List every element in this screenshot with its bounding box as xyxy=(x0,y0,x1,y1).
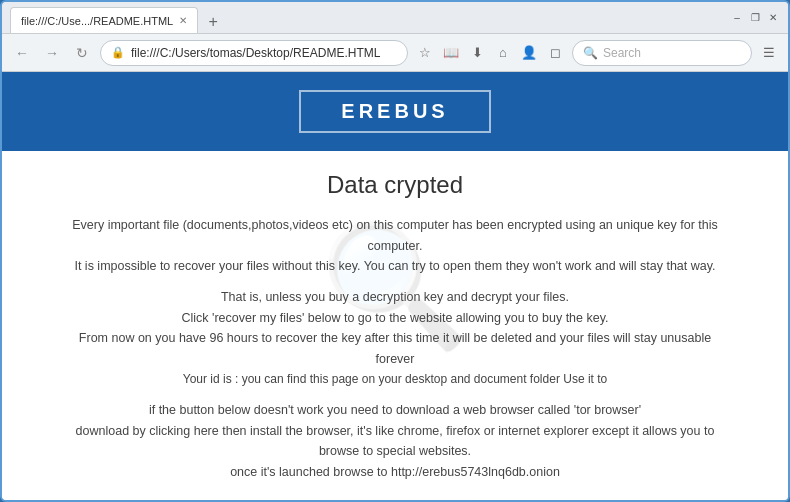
search-box[interactable]: 🔍 Search xyxy=(572,40,752,66)
window-controls: – ❐ ✕ xyxy=(730,11,780,25)
data-crypted-title: Data crypted xyxy=(62,171,728,199)
pocket-icon[interactable]: ◻ xyxy=(544,42,566,64)
para3-line2: download by clicking here then install t… xyxy=(76,424,715,459)
home-icon[interactable]: ⌂ xyxy=(492,42,514,64)
title-bar: file:///C:/Use.../README.HTML ✕ + – ❐ ✕ xyxy=(2,2,788,34)
account-icon[interactable]: 👤 xyxy=(518,42,540,64)
para2-line1: That is, unless you buy a decryption key… xyxy=(221,290,569,304)
main-message-area: Data crypted Every important file (docum… xyxy=(2,151,788,500)
para2-line4: Your id is : you can find this page on y… xyxy=(183,372,607,386)
minimize-button[interactable]: – xyxy=(730,11,744,25)
erebus-header: EREBUS xyxy=(2,72,788,151)
address-text: file:///C:/Users/tomas/Desktop/README.HT… xyxy=(131,46,397,60)
para3-line3: once it's launched browse to http://ereb… xyxy=(230,465,560,479)
menu-icon[interactable]: ☰ xyxy=(758,42,780,64)
reading-mode-icon[interactable]: 📖 xyxy=(440,42,462,64)
browser-window: file:///C:/Use.../README.HTML ✕ + – ❐ ✕ … xyxy=(0,0,790,502)
download-icon[interactable]: ⬇ xyxy=(466,42,488,64)
close-button[interactable]: ✕ xyxy=(766,11,780,25)
tab-title: file:///C:/Use.../README.HTML xyxy=(21,15,173,27)
forward-button[interactable]: → xyxy=(40,41,64,65)
page-content: 🔍 EREBUS Data crypted Every important fi… xyxy=(2,72,788,500)
message-body: Every important file (documents,photos,v… xyxy=(62,215,728,483)
back-button[interactable]: ← xyxy=(10,41,34,65)
active-tab[interactable]: file:///C:/Use.../README.HTML ✕ xyxy=(10,7,198,33)
toolbar-icons: ☆ 📖 ⬇ ⌂ 👤 ◻ xyxy=(414,42,566,64)
bookmark-star-icon[interactable]: ☆ xyxy=(414,42,436,64)
para1-line1: Every important file (documents,photos,v… xyxy=(72,218,718,253)
search-placeholder: Search xyxy=(603,46,641,60)
address-bar-row: ← → ↻ 🔒 file:///C:/Users/tomas/Desktop/R… xyxy=(2,34,788,72)
tab-area: file:///C:/Use.../README.HTML ✕ + xyxy=(10,2,730,33)
restore-button[interactable]: ❐ xyxy=(748,11,762,25)
para2-line2: Click 'recover my files' below to go to … xyxy=(182,311,609,325)
reload-button[interactable]: ↻ xyxy=(70,41,94,65)
search-icon: 🔍 xyxy=(583,46,598,60)
para1-line2: It is impossible to recover your files w… xyxy=(74,259,715,273)
erebus-title: EREBUS xyxy=(299,90,490,133)
para3-line1: if the button below doesn't work you nee… xyxy=(149,403,641,417)
para2-line3: From now on you have 96 hours to recover… xyxy=(79,331,711,366)
lock-icon: 🔒 xyxy=(111,46,125,59)
new-tab-button[interactable]: + xyxy=(202,11,224,33)
address-box[interactable]: 🔒 file:///C:/Users/tomas/Desktop/README.… xyxy=(100,40,408,66)
tab-close-icon[interactable]: ✕ xyxy=(179,15,187,26)
